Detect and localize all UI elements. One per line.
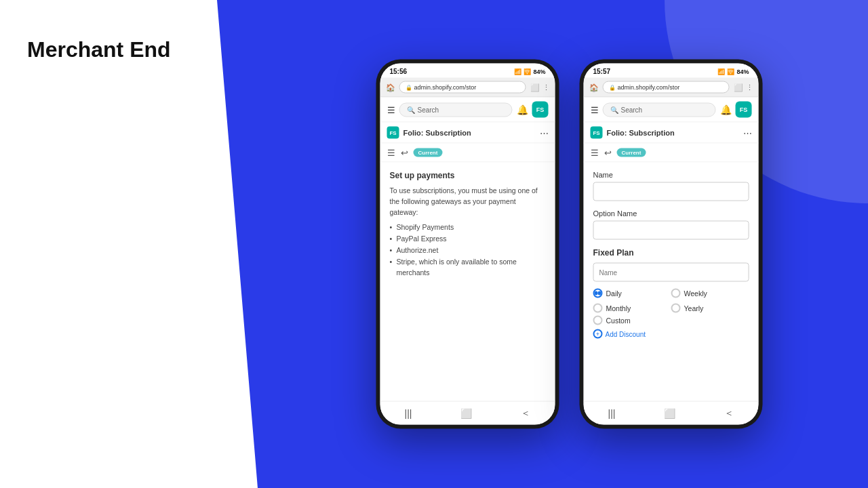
frequency-grid: Daily Weekly Monthly Yearly bbox=[593, 289, 749, 313]
battery-icon-2: 84% bbox=[736, 68, 749, 75]
search-text-1: Search bbox=[418, 106, 439, 113]
option-name-section: Option Name bbox=[593, 209, 749, 240]
add-discount-icon: + bbox=[593, 329, 603, 339]
sub-header-1: ☰ ↩ Current bbox=[380, 144, 555, 163]
hamburger-icon-2[interactable]: ☰ bbox=[591, 104, 599, 115]
radio-yearly[interactable]: Yearly bbox=[671, 304, 749, 313]
radio-label-custom: Custom bbox=[606, 317, 631, 325]
radio-daily[interactable]: Daily bbox=[593, 289, 671, 298]
bell-icon-1[interactable]: 🔔 bbox=[517, 104, 528, 115]
folio-logo-2: FS bbox=[591, 127, 603, 139]
nav-back-icon-1[interactable]: ＜ bbox=[521, 407, 530, 420]
home-icon-1[interactable]: 🏠 bbox=[386, 83, 395, 92]
radio-label-yearly: Yearly bbox=[684, 304, 704, 312]
radio-monthly[interactable]: Monthly bbox=[593, 304, 671, 313]
list-item: Stripe, which is only available to some … bbox=[390, 256, 546, 279]
content-area-2: Name Option Name Fixed Plan bbox=[584, 163, 759, 401]
radio-custom-row[interactable]: Custom bbox=[593, 316, 749, 325]
search-text-2: Search bbox=[621, 106, 643, 113]
radio-label-weekly: Weekly bbox=[684, 289, 707, 298]
search-icon-2: 🔍 bbox=[610, 106, 618, 113]
folio-left-2: FS Folio: Subscription bbox=[591, 127, 675, 139]
home-icon-2[interactable]: 🏠 bbox=[589, 83, 599, 92]
bottom-nav-1: ||| ⬜ ＜ bbox=[380, 401, 555, 425]
radio-circle-daily[interactable] bbox=[593, 289, 603, 298]
nav-bars-icon-2[interactable]: ||| bbox=[608, 408, 616, 419]
setup-payments-desc: To use subscriptions, you must be using … bbox=[390, 186, 546, 218]
more-icon-1[interactable]: ⋮ bbox=[542, 83, 550, 92]
menu-icon-2[interactable]: ☰ bbox=[591, 148, 599, 158]
lock-icon-1: 🔒 bbox=[406, 84, 412, 90]
folio-logo-1: FS bbox=[387, 127, 399, 139]
signal-icon-2: 📶 bbox=[717, 68, 725, 75]
menu-icon-1[interactable]: ☰ bbox=[387, 148, 395, 158]
fixed-plan-name-input[interactable] bbox=[593, 263, 749, 282]
radio-circle-yearly[interactable] bbox=[671, 304, 681, 313]
folio-header-1: FS Folio: Subscription ⋯ bbox=[380, 123, 555, 144]
status-time-2: 15:57 bbox=[593, 68, 611, 75]
signal-icon: 📶 bbox=[514, 68, 521, 75]
url-text-1: admin.shopify.com/stor bbox=[414, 84, 477, 91]
search-icon-1: 🔍 bbox=[407, 106, 415, 113]
browser-chrome-1: 🏠 🔒 admin.shopify.com/stor ⬜ ⋮ bbox=[380, 78, 555, 98]
wifi-icon: 🛜 bbox=[524, 68, 531, 75]
name-input[interactable] bbox=[593, 182, 749, 201]
app-header-1: ☰ 🔍 Search 🔔 FS bbox=[380, 98, 555, 123]
nav-back-icon-2[interactable]: ＜ bbox=[724, 407, 734, 420]
browser-chrome-2: 🏠 🔒 admin.shopify.com/stor ⬜ ⋮ bbox=[584, 78, 759, 98]
folio-left-1: FS Folio: Subscription bbox=[387, 127, 471, 139]
phones-container: 15:56 📶 🛜 84% 🏠 🔒 admin.shopify.com/stor… bbox=[376, 60, 763, 429]
nav-bars-icon-1[interactable]: ||| bbox=[405, 408, 412, 419]
page-title: Merchant End bbox=[27, 37, 171, 62]
list-item: Shopify Payments bbox=[390, 222, 546, 233]
url-bar-1[interactable]: 🔒 admin.shopify.com/stor bbox=[399, 81, 526, 94]
status-bar-1: 15:56 📶 🛜 84% bbox=[380, 64, 555, 78]
radio-circle-weekly[interactable] bbox=[671, 289, 681, 298]
status-icons-2: 📶 🛜 84% bbox=[717, 68, 749, 75]
nav-home-icon-2[interactable]: ⬜ bbox=[664, 408, 675, 419]
bell-icon-2[interactable]: 🔔 bbox=[720, 104, 732, 115]
tab-icon-1[interactable]: ⬜ bbox=[530, 83, 540, 92]
current-badge-2: Current bbox=[617, 148, 646, 157]
back-icon-2[interactable]: ↩ bbox=[604, 148, 612, 158]
payment-list: Shopify Payments PayPal Express Authoriz… bbox=[390, 222, 546, 279]
folio-title-1: Folio: Subscription bbox=[403, 129, 471, 137]
browser-actions-1: ⬜ ⋮ bbox=[530, 83, 550, 92]
folio-title-2: Folio: Subscription bbox=[607, 129, 675, 137]
add-discount-label: Add Discount bbox=[606, 330, 646, 338]
browser-actions-2: ⬜ ⋮ bbox=[734, 83, 753, 92]
radio-circle-monthly[interactable] bbox=[593, 304, 603, 313]
setup-payments-title: Set up payments bbox=[390, 171, 546, 180]
list-item: Authorize.net bbox=[390, 244, 546, 256]
back-icon-1[interactable]: ↩ bbox=[401, 148, 408, 158]
list-item: PayPal Express bbox=[390, 233, 546, 245]
status-icons-1: 📶 🛜 84% bbox=[514, 68, 545, 75]
folio-header-2: FS Folio: Subscription ⋯ bbox=[584, 123, 759, 144]
tab-icon-2[interactable]: ⬜ bbox=[734, 83, 743, 92]
name-label: Name bbox=[593, 171, 749, 179]
radio-weekly[interactable]: Weekly bbox=[671, 289, 749, 298]
url-bar-2[interactable]: 🔒 admin.shopify.com/stor bbox=[603, 81, 730, 94]
folio-dots-1[interactable]: ⋯ bbox=[540, 127, 549, 138]
more-icon-2[interactable]: ⋮ bbox=[746, 83, 753, 92]
sub-header-2: ☰ ↩ Current bbox=[584, 144, 759, 163]
fixed-plan-section: Fixed Plan Daily Weekly bbox=[593, 248, 749, 339]
avatar-2[interactable]: FS bbox=[736, 102, 752, 118]
fixed-plan-title: Fixed Plan bbox=[593, 248, 749, 258]
option-name-input[interactable] bbox=[593, 221, 749, 240]
add-discount[interactable]: + Add Discount bbox=[593, 329, 749, 339]
phone-2: 15:57 📶 🛜 84% 🏠 🔒 admin.shopify.com/stor… bbox=[580, 60, 763, 429]
wifi-icon-2: 🛜 bbox=[727, 68, 734, 75]
phone-1: 15:56 📶 🛜 84% 🏠 🔒 admin.shopify.com/stor… bbox=[376, 60, 559, 429]
avatar-1[interactable]: FS bbox=[532, 102, 549, 118]
nav-home-icon-1[interactable]: ⬜ bbox=[460, 408, 472, 419]
phone-2-inner: 15:57 📶 🛜 84% 🏠 🔒 admin.shopify.com/stor… bbox=[584, 64, 759, 425]
search-bar-1[interactable]: 🔍 Search bbox=[399, 102, 513, 117]
hamburger-icon-1[interactable]: ☰ bbox=[387, 104, 395, 115]
radio-circle-custom[interactable] bbox=[593, 316, 603, 325]
option-name-label: Option Name bbox=[593, 209, 749, 218]
folio-dots-2[interactable]: ⋯ bbox=[743, 127, 752, 138]
search-bar-2[interactable]: 🔍 Search bbox=[603, 102, 716, 117]
current-badge-1: Current bbox=[414, 148, 443, 157]
bottom-nav-2: ||| ⬜ ＜ bbox=[584, 401, 759, 425]
